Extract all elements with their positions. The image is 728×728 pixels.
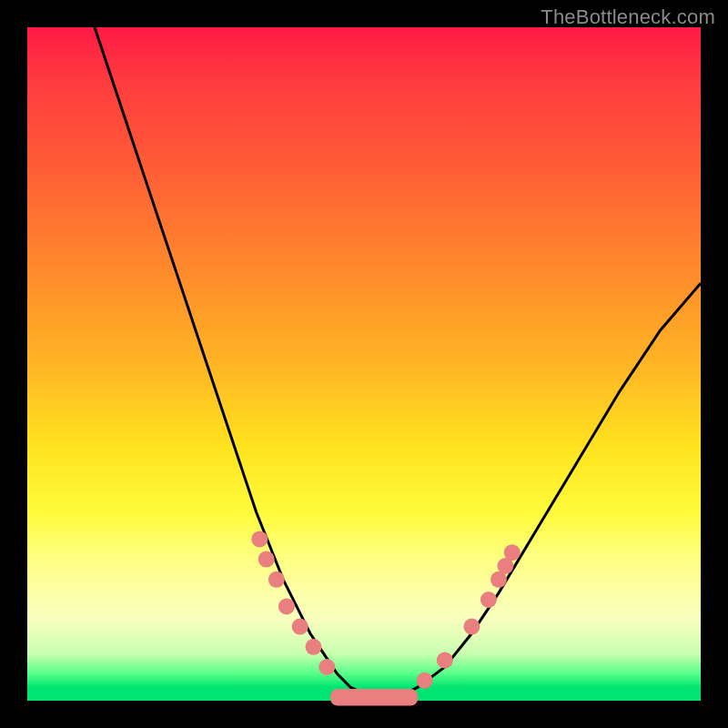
marker-dot [258,551,275,568]
marker-dot [504,544,521,561]
marker-dot [463,619,480,635]
marker-dot [278,598,295,614]
marker-dot [480,592,497,608]
markers-right [417,544,521,689]
marker-dot [251,531,268,547]
marker-dot [417,672,433,689]
watermark-text: TheBottleneck.com [541,5,715,29]
marker-dot [292,619,308,635]
plot-area [27,27,701,701]
curve-layer [27,27,701,701]
bottleneck-curve [95,27,701,697]
marker-dot [318,659,335,675]
chart-frame: TheBottleneck.com [0,0,728,728]
marker-dot [306,639,322,655]
valley-ribbon [330,689,418,706]
marker-dot [437,652,453,669]
marker-dot [268,571,285,588]
